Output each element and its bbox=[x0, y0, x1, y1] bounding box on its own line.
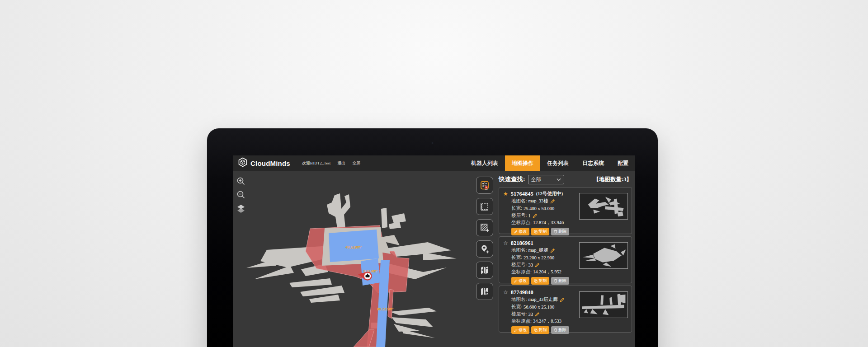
map-filter-dropdown[interactable]: 全部 bbox=[528, 175, 564, 184]
trash-icon bbox=[554, 328, 557, 332]
modify-button[interactable]: 修改 bbox=[511, 277, 529, 285]
zoom-in-magnifier-icon bbox=[236, 176, 246, 186]
map-list-panel: 快速查找: 全部 【地图数量:3】 ★ 517648 bbox=[499, 171, 632, 347]
floor-value: 1 bbox=[528, 213, 530, 218]
size-value: 23.200 x 22.900 bbox=[524, 255, 554, 260]
map-id: 51764845 bbox=[511, 191, 533, 197]
app-window: CloudMinds 欢迎BJDT2_Test 退出 全屏 机器人列表 地图操作… bbox=[233, 155, 635, 347]
layers-icon bbox=[236, 203, 246, 213]
location-pin-add-icon bbox=[479, 244, 490, 254]
webcam-dot bbox=[431, 142, 434, 144]
map-name-label: 地图名: bbox=[511, 296, 527, 303]
map-thumbnail[interactable] bbox=[579, 291, 628, 318]
origin-label: 坐标原点: bbox=[511, 269, 532, 275]
hatch-region-add-icon bbox=[479, 222, 490, 233]
map-edit-icon bbox=[479, 265, 490, 276]
add-region-tool-button[interactable] bbox=[476, 219, 493, 236]
map-card[interactable]: ☆ 87749840 地图名: map_33层走廊 长宽: 56.600 x 2… bbox=[499, 286, 632, 333]
trash-icon bbox=[554, 230, 557, 234]
map-upload-icon bbox=[479, 286, 490, 297]
delete-button[interactable]: 删除 bbox=[551, 277, 569, 285]
layers-button[interactable] bbox=[235, 202, 247, 214]
favorite-star-icon[interactable]: ☆ bbox=[503, 290, 508, 295]
size-value: 56.600 x 25.100 bbox=[524, 305, 554, 309]
poi-list-tool-button[interactable] bbox=[476, 177, 493, 194]
map-id: 87749840 bbox=[511, 289, 533, 296]
tab-map-operations[interactable]: 地图操作 bbox=[505, 155, 540, 171]
size-label: 长宽: bbox=[511, 254, 522, 261]
measure-region-tool-button[interactable] bbox=[476, 198, 493, 215]
map-count-badge: 【地图数量:3】 bbox=[594, 176, 632, 183]
chevron-down-icon bbox=[557, 178, 561, 181]
map-thumbnail[interactable] bbox=[579, 242, 628, 269]
logout-link[interactable]: 退出 bbox=[337, 160, 345, 166]
floor-label: 楼层号: bbox=[511, 262, 527, 268]
origin-value: 14.204，5.952 bbox=[533, 269, 561, 275]
floor-label: 楼层号: bbox=[511, 212, 527, 219]
map-name-value: map_33层走廊 bbox=[528, 296, 557, 303]
edit-pencil-icon[interactable] bbox=[550, 248, 555, 253]
in-use-badge: (12号使用中) bbox=[536, 191, 563, 197]
map-id: 82186961 bbox=[511, 240, 533, 247]
tab-robot-list[interactable]: 机器人列表 bbox=[464, 155, 505, 171]
laptop-bezel: CloudMinds 欢迎BJDT2_Test 退出 全屏 机器人列表 地图操作… bbox=[207, 128, 658, 347]
floorplan-map: 40.519m² 8.614m² 80.215m² bbox=[233, 171, 470, 347]
copy-icon bbox=[534, 230, 538, 234]
poi-checklist-pin-icon bbox=[479, 180, 490, 191]
map-name-label: 地图名: bbox=[511, 247, 527, 253]
map-canvas[interactable]: 40.519m² 8.614m² 80.215m² bbox=[233, 171, 470, 347]
edit-pencil-icon[interactable] bbox=[535, 263, 540, 267]
main-menu: 机器人列表 地图操作 任务列表 日志系统 配置 bbox=[464, 155, 635, 171]
copy-button[interactable]: 复制 bbox=[531, 228, 549, 235]
size-label: 长宽: bbox=[511, 304, 522, 310]
copy-button[interactable]: 复制 bbox=[531, 326, 549, 334]
size-value: 25.400 x 50.000 bbox=[524, 206, 554, 211]
floor-value: 33 bbox=[528, 263, 533, 267]
modify-button[interactable]: 修改 bbox=[511, 228, 529, 235]
delete-button[interactable]: 删除 bbox=[551, 326, 569, 334]
map-name-value: map_33楼 bbox=[528, 198, 548, 204]
floor-value: 33 bbox=[528, 312, 533, 317]
map-controls bbox=[235, 175, 247, 214]
quick-find-label: 快速查找: bbox=[499, 175, 525, 183]
map-card[interactable]: ★ 51764845 (12号使用中) 地图名: map_33楼 长宽: 25.… bbox=[499, 187, 632, 234]
edit-pencil-icon[interactable] bbox=[560, 297, 565, 302]
welcome-text: 欢迎BJDT2_Test bbox=[302, 160, 330, 166]
modify-button[interactable]: 修改 bbox=[511, 326, 529, 334]
tab-log-system[interactable]: 日志系统 bbox=[576, 155, 611, 171]
edit-pencil-icon[interactable] bbox=[550, 199, 555, 204]
delete-button[interactable]: 删除 bbox=[551, 228, 569, 235]
map-thumbnail[interactable] bbox=[579, 193, 628, 220]
origin-label: 坐标原点: bbox=[511, 318, 532, 324]
origin-value: 12.874，33.946 bbox=[533, 220, 564, 226]
favorite-star-icon[interactable]: ☆ bbox=[503, 240, 508, 246]
brand[interactable]: CloudMinds bbox=[238, 157, 290, 169]
tab-task-list[interactable]: 任务列表 bbox=[540, 155, 576, 171]
copy-icon bbox=[534, 279, 538, 283]
map-name-label: 地图名: bbox=[511, 198, 527, 204]
edit-map-tool-button[interactable] bbox=[476, 262, 493, 279]
edit-pencil-icon[interactable] bbox=[535, 312, 540, 317]
size-label: 长宽: bbox=[511, 205, 522, 211]
content-area: 40.519m² 8.614m² 80.215m² bbox=[233, 171, 635, 347]
zoom-out-magnifier-icon bbox=[236, 190, 246, 200]
edit-pencil-icon[interactable] bbox=[533, 213, 538, 218]
map-card[interactable]: ☆ 82186961 地图名: map_腿腿 长宽: 23.200 x 22.9… bbox=[499, 236, 632, 283]
brand-name: CloudMinds bbox=[250, 159, 290, 167]
add-point-tool-button[interactable] bbox=[476, 240, 493, 258]
favorite-star-icon[interactable]: ★ bbox=[503, 191, 508, 197]
measure-region-icon bbox=[479, 201, 490, 212]
zoom-out-button[interactable] bbox=[235, 189, 247, 201]
area-label-1: 40.519m² bbox=[345, 245, 362, 249]
panel-header: 快速查找: 全部 【地图数量:3】 bbox=[499, 174, 632, 185]
zoom-in-button[interactable] bbox=[235, 175, 247, 187]
map-name-value: map_腿腿 bbox=[528, 247, 548, 253]
pencil-icon bbox=[514, 328, 518, 332]
trash-icon bbox=[554, 279, 557, 283]
copy-button[interactable]: 复制 bbox=[531, 277, 549, 285]
upload-map-tool-button[interactable] bbox=[476, 283, 493, 300]
pencil-icon bbox=[514, 230, 518, 234]
fullscreen-link[interactable]: 全屏 bbox=[352, 160, 360, 166]
tab-config[interactable]: 配置 bbox=[611, 155, 635, 171]
filter-value: 全部 bbox=[531, 176, 541, 183]
